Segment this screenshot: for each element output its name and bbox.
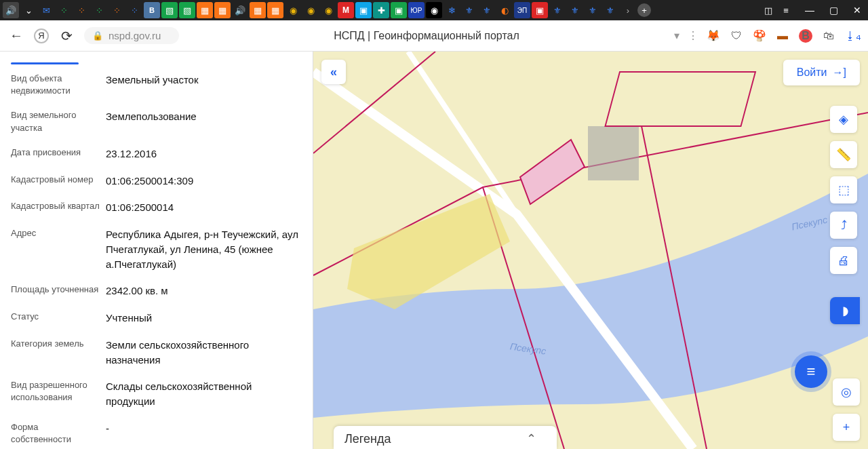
downloads-icon[interactable]: ⭳₄ xyxy=(845,30,861,42)
browser-toolbar: ← Я ⟳ 🔒 nspd.gov.ru НСПД | Геоинформацио… xyxy=(0,20,868,52)
back-button[interactable]: ← xyxy=(7,28,26,43)
ext-shield-icon[interactable]: 🛡 xyxy=(731,30,742,42)
lock-icon: 🔒 xyxy=(92,31,103,41)
reload-button[interactable]: ⟳ xyxy=(57,28,76,44)
svg-rect-1 xyxy=(588,126,639,180)
prop-assign-date: Дата присвоения 23.12.2016 xyxy=(11,147,302,161)
map-tools: ◈ 📏 ⬚ ⤴ 🖨 ◗ xyxy=(830,106,860,324)
layers-button[interactable]: ◈ xyxy=(830,106,857,133)
prop-land-type: Вид земельного участка Землепользование xyxy=(11,109,302,134)
select-button[interactable]: ⬚ xyxy=(830,176,857,203)
taskbar-app-icon[interactable]: ◉ xyxy=(285,2,301,18)
taskbar-metro-icon[interactable]: M xyxy=(338,2,354,18)
window-minimize-icon[interactable]: — xyxy=(801,5,818,16)
share-button[interactable]: ⤴ xyxy=(830,212,857,239)
taskbar-app-icon[interactable]: ✚ xyxy=(373,2,389,18)
taskbar-app-icon[interactable]: ⚜ xyxy=(479,2,495,18)
taskbar-app-icon[interactable]: ▣ xyxy=(355,2,372,18)
prop-cad-block: Кадастровый квартал 01:06:2500014 xyxy=(11,200,302,215)
taskbar-app-icon[interactable]: ⁘ xyxy=(126,2,142,18)
taskbar-menu-icon[interactable]: ≡ xyxy=(778,2,794,18)
ext-icon[interactable]: 🍄 xyxy=(753,29,766,42)
taskbar-app-icon[interactable]: ◉ xyxy=(320,2,336,18)
taskbar-app-icon[interactable]: ▣ xyxy=(391,2,407,18)
map-canvas[interactable]: Псекупс Псекупс « Войти →] ◈ 📏 ⬚ ⤴ 🖨 ◗ ◎… xyxy=(313,52,868,449)
map-tools-bottom: ◎ + xyxy=(833,378,860,441)
prop-permitted-use: Вид разрешенного использования Склады се… xyxy=(11,379,302,409)
taskbar-app-icon[interactable]: ▧ xyxy=(161,2,178,18)
taskbar-sidebar-icon[interactable]: ◫ xyxy=(760,2,776,18)
login-icon: →] xyxy=(833,66,846,79)
collapse-sidebar-button[interactable]: « xyxy=(321,60,346,84)
taskbar-app-icon[interactable]: ◐ xyxy=(496,2,513,18)
prop-land-category: Категория земель Земли сельскохозяйствен… xyxy=(11,338,302,368)
print-button[interactable]: 🖨 xyxy=(830,247,857,274)
window-close-icon[interactable]: ✕ xyxy=(849,5,865,16)
ext-icon[interactable]: 🦊 xyxy=(707,29,720,42)
taskbar-app-icon[interactable]: ⁘ xyxy=(73,2,90,18)
taskbar-vk-icon[interactable]: B xyxy=(144,2,160,18)
legend-toggle[interactable]: Легенда ⌃ xyxy=(334,426,557,449)
page-title: НСПД | Геоинформационный портал xyxy=(187,30,666,42)
chevron-up-icon: ⌃ xyxy=(526,431,536,446)
os-taskbar: 🔊 ⌄ ✉ ⁘ ⁘ ⁘ ⁘ ⁘ B ▧ ▧ ▦ ▦ 🔊 ▦ ▦ ◉ ◉ ◉ M … xyxy=(0,0,868,20)
taskbar-sound-icon[interactable]: 🔊 xyxy=(3,2,19,18)
info-panel-button[interactable]: ◗ xyxy=(830,297,860,324)
taskbar-app-icon[interactable]: ⁘ xyxy=(56,2,72,18)
ext-badge-icon[interactable]: B xyxy=(799,29,812,43)
taskbar-dropdown-icon[interactable]: ⌄ xyxy=(20,2,37,18)
map-svg xyxy=(313,52,868,449)
prop-ownership: Форма собственности - xyxy=(11,421,302,446)
login-button[interactable]: Войти →] xyxy=(783,60,860,85)
taskbar-app-icon[interactable]: ▦ xyxy=(267,2,283,18)
taskbar-sound-icon[interactable]: 🔊 xyxy=(232,2,248,18)
taskbar-app-icon[interactable]: ⁘ xyxy=(108,2,125,18)
taskbar-app-icon[interactable]: ⁘ xyxy=(91,2,107,18)
taskbar-app-icon[interactable]: ▣ xyxy=(532,2,548,18)
window-maximize-icon[interactable]: ▢ xyxy=(825,5,842,16)
zoom-in-button[interactable]: + xyxy=(833,414,860,441)
address-bar[interactable]: 🔒 nspd.gov.ru xyxy=(84,27,179,44)
prop-address: Адрес Республика Адыгея, р-н Теучежский,… xyxy=(11,227,302,271)
svg-rect-2 xyxy=(606,72,755,126)
active-tab-indicator xyxy=(11,62,79,64)
taskbar-app-icon[interactable]: ▦ xyxy=(214,2,231,18)
prop-cad-number: Кадастровый номер 01:06:2500014:309 xyxy=(11,174,302,189)
taskbar-app-icon[interactable]: ❄ xyxy=(443,2,460,18)
ext-icon[interactable]: 🛍 xyxy=(823,30,834,42)
taskbar-app-icon[interactable]: ▦ xyxy=(250,2,266,18)
taskbar-app-icon[interactable]: ◉ xyxy=(302,2,319,18)
bookmark-icon[interactable]: ▾ xyxy=(674,29,679,42)
prop-object-type: Вид объекта недвижимости Земельный участ… xyxy=(11,73,302,97)
taskbar-app-icon[interactable]: ЭП xyxy=(514,2,530,18)
taskbar-app-icon[interactable]: ⚜ xyxy=(585,2,601,18)
ext-icon[interactable]: ▬ xyxy=(777,30,788,42)
taskbar-more-icon[interactable]: › xyxy=(620,2,636,18)
details-panel: Вид объекта недвижимости Земельный участ… xyxy=(0,52,313,449)
locate-button[interactable]: ◎ xyxy=(833,378,860,406)
url-text: nspd.gov.ru xyxy=(108,30,161,41)
taskbar-app-icon[interactable]: ⚜ xyxy=(602,2,618,18)
taskbar-new-tab-icon[interactable]: + xyxy=(637,3,651,17)
more-icon[interactable]: ⋮ xyxy=(688,29,698,42)
taskbar-app-icon[interactable]: ⚜ xyxy=(549,2,566,18)
taskbar-camera-icon[interactable]: ◉ xyxy=(426,2,442,18)
taskbar-app-icon[interactable]: ⚜ xyxy=(461,2,477,18)
yandex-home-icon[interactable]: Я xyxy=(34,28,49,43)
prop-status: Статус Учтенный xyxy=(11,311,302,326)
taskbar-app-icon[interactable]: ✉ xyxy=(38,2,54,18)
taskbar-app-icon[interactable]: ЮР xyxy=(408,2,425,18)
taskbar-app-icon[interactable]: ▦ xyxy=(197,2,213,18)
prop-area: Площадь уточненная 2342.00 кв. м xyxy=(11,284,302,298)
chat-button[interactable]: ≡ xyxy=(795,355,827,388)
taskbar-app-icon[interactable]: ⚜ xyxy=(567,2,583,18)
taskbar-app-icon[interactable]: ▧ xyxy=(179,2,195,18)
ruler-button[interactable]: 📏 xyxy=(830,141,857,168)
